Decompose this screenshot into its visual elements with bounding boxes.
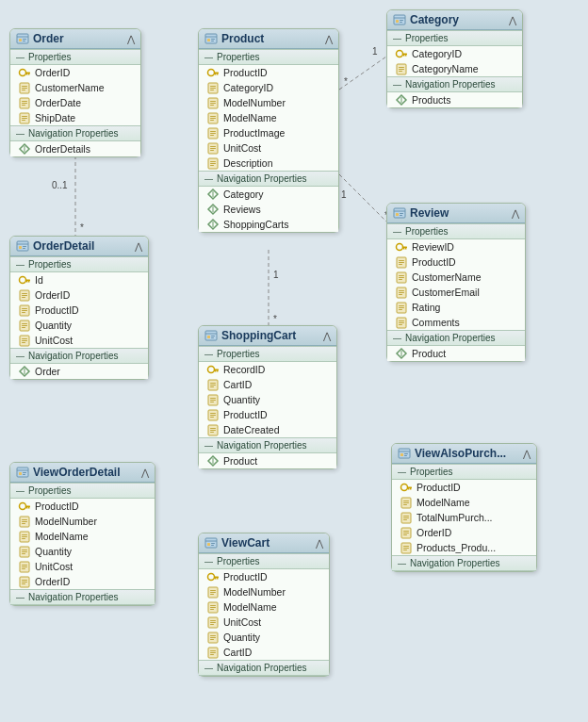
svg-rect-103: [210, 90, 214, 90]
svg-rect-65: [23, 472, 26, 473]
svg-rect-173: [210, 609, 214, 610]
svg-rect-105: [210, 101, 216, 102]
prop-label: Product: [412, 348, 446, 359]
section-header-orderdetail-navigationproperties[interactable]: — Navigation Properties: [10, 348, 148, 364]
svg-rect-246: [403, 516, 409, 517]
prop-row-modelname: ModelName: [199, 599, 329, 615]
section-header-category-properties[interactable]: — Properties: [387, 30, 522, 46]
svg-rect-232: [399, 449, 410, 458]
section-header-order-navigationproperties[interactable]: — Navigation Properties: [10, 125, 140, 141]
section-header-orderdetail-properties[interactable]: — Properties: [10, 256, 148, 272]
prop-label: ProductID: [35, 304, 79, 316]
section-header-vieworderdetail-properties[interactable]: — Properties: [10, 483, 155, 499]
svg-rect-255: [403, 548, 409, 549]
collapse-btn-order[interactable]: ⋀: [127, 34, 135, 44]
prop-row-unitcost: UnitCost: [199, 140, 338, 156]
prop-label: Products: [412, 94, 450, 106]
prop-label: ProductID: [416, 482, 461, 493]
svg-rect-122: [210, 163, 216, 164]
entity-header-product[interactable]: Product ⋀: [199, 29, 338, 49]
prop-row-recordid: RecordID: [199, 362, 336, 377]
prop-label: ProductID: [412, 256, 456, 268]
entity-title-product: Product: [221, 32, 264, 45]
section-header-viewalsopurch-navigationproperties[interactable]: — Navigation Properties: [392, 555, 536, 571]
svg-rect-22: [22, 86, 27, 87]
section-header-product-navigationproperties[interactable]: — Navigation Properties: [199, 171, 338, 187]
svg-text:1: 1: [372, 46, 378, 57]
entity-header-order[interactable]: Order ⋀: [10, 29, 140, 49]
section-header-viewalsopurch-properties[interactable]: — Properties: [392, 464, 536, 480]
entity-header-orderdetail[interactable]: OrderDetail ⋀: [10, 237, 148, 256]
svg-rect-225: [399, 309, 402, 310]
collapse-btn-product[interactable]: ⋀: [325, 34, 333, 44]
prop-row-quantity: Quantity: [10, 544, 155, 559]
svg-rect-164: [217, 578, 219, 580]
entity-header-shoppingcart[interactable]: ShoppingCart ⋀: [199, 326, 336, 346]
svg-rect-201: [394, 208, 405, 218]
svg-rect-84: [22, 565, 27, 566]
entity-category: Category ⋀ — Properties CategoryID Categ…: [386, 9, 523, 108]
svg-rect-72: [22, 519, 27, 520]
section-header-review-navigationproperties[interactable]: — Navigation Properties: [387, 330, 525, 346]
collapse-btn-orderdetail[interactable]: ⋀: [135, 241, 142, 252]
entity-header-viewalsopurch[interactable]: ViewAlsoPurch... ⋀: [392, 444, 536, 464]
collapse-btn-review[interactable]: ⋀: [512, 208, 519, 219]
svg-rect-109: [210, 116, 216, 117]
prop-row-datecreated: DateCreated: [199, 422, 336, 437]
entity-header-category[interactable]: Category ⋀: [387, 10, 522, 30]
section-header-order-properties[interactable]: — Properties: [10, 49, 140, 65]
svg-rect-171: [210, 605, 216, 606]
prop-row-modelnumber: ModelNumber: [199, 95, 338, 110]
collapse-btn-shoppingcart[interactable]: ⋀: [323, 331, 331, 341]
entity-header-review[interactable]: Review ⋀: [387, 204, 525, 223]
svg-rect-81: [22, 551, 27, 552]
svg-rect-68: [25, 506, 30, 508]
prop-label: UnitCost: [35, 335, 73, 346]
svg-rect-121: [210, 161, 216, 162]
prop-label: ModelNumber: [223, 586, 286, 598]
prop-label: OrderID: [416, 527, 451, 538]
prop-row-reviewid: ReviewID: [387, 239, 525, 254]
svg-text:*: *: [80, 222, 84, 233]
svg-rect-136: [214, 369, 219, 371]
collapse-btn-viewalsopurch[interactable]: ⋀: [523, 449, 531, 459]
section-header-vieworderdetail-navigationproperties[interactable]: — Navigation Properties: [10, 589, 155, 605]
collapse-btn-vieworderdetail[interactable]: ⋀: [141, 468, 149, 478]
prop-label: ProductID: [223, 409, 268, 420]
svg-rect-179: [210, 635, 216, 636]
prop-label: TotalNumPurch...: [416, 512, 493, 523]
svg-rect-69: [28, 507, 30, 509]
prop-label: ModelNumber: [35, 516, 97, 527]
svg-rect-114: [210, 133, 216, 134]
collapse-btn-viewcart[interactable]: ⋀: [316, 538, 323, 549]
svg-rect-45: [22, 293, 27, 294]
svg-rect-98: [217, 74, 219, 75]
svg-rect-94: [211, 39, 215, 40]
svg-rect-27: [22, 103, 27, 104]
section-header-viewcart-properties[interactable]: — Properties: [199, 553, 329, 569]
svg-rect-194: [403, 55, 405, 57]
section-header-shoppingcart-properties[interactable]: — Properties: [199, 346, 336, 362]
entity-header-viewcart[interactable]: ViewCart ⋀: [199, 533, 329, 553]
section-header-shoppingcart-navigationproperties[interactable]: — Navigation Properties: [199, 437, 336, 453]
prop-row-categoryid: CategoryID: [387, 46, 522, 61]
svg-rect-244: [403, 504, 407, 505]
collapse-btn-category[interactable]: ⋀: [509, 15, 516, 25]
entity-shoppingcart: ShoppingCart ⋀ — Properties RecordID Car…: [198, 325, 337, 469]
prop-label: OrderDetails: [35, 143, 90, 155]
prop-row-productid: ProductID: [392, 480, 536, 495]
section-header-review-properties[interactable]: — Properties: [387, 223, 525, 239]
svg-rect-243: [403, 502, 409, 503]
section-header-category-navigationproperties[interactable]: — Navigation Properties: [387, 76, 522, 92]
svg-rect-213: [399, 264, 402, 265]
prop-row-orderid: OrderID: [10, 65, 140, 80]
svg-text:*: *: [273, 314, 277, 324]
prop-label: Id: [35, 274, 43, 286]
svg-rect-117: [210, 146, 216, 147]
prop-label: ProductID: [35, 500, 79, 512]
entity-header-vieworderdetail[interactable]: ViewOrderDetail ⋀: [10, 463, 155, 483]
svg-point-206: [397, 244, 403, 251]
section-header-viewcart-navigationproperties[interactable]: — Navigation Properties: [199, 660, 329, 676]
entity-viewcart: ViewCart ⋀ — Properties ProductID ModelN…: [198, 533, 330, 677]
section-header-product-properties[interactable]: — Properties: [199, 49, 338, 65]
